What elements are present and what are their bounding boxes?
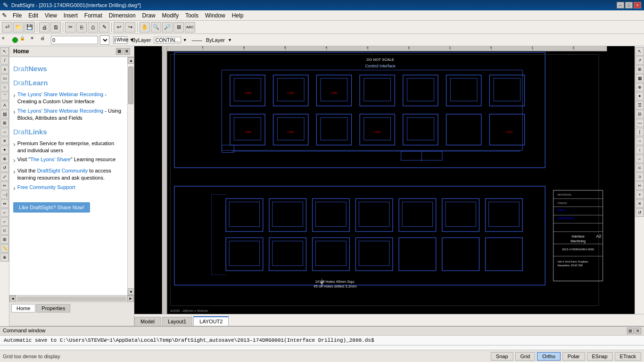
menu-file[interactable]: File bbox=[10, 11, 25, 20]
tab-layout1[interactable]: Layout1 bbox=[162, 317, 192, 326]
right-tool-9[interactable]: — bbox=[636, 119, 644, 127]
menu-window[interactable]: Window bbox=[202, 11, 228, 20]
close-button[interactable]: × bbox=[634, 2, 641, 8]
grid-button[interactable]: Grid bbox=[515, 352, 536, 361]
drawing-area[interactable]: 7 6 5 4 3 2 1 0 1 2 bbox=[134, 46, 635, 314]
zoom-in-button[interactable]: 🔍 bbox=[151, 22, 161, 33]
print-button[interactable]: 🖨 bbox=[39, 22, 50, 33]
hscroll-thumb[interactable] bbox=[17, 296, 126, 301]
tool-chamfer[interactable]: ⌐ bbox=[0, 217, 9, 226]
tool-text[interactable]: A bbox=[0, 101, 9, 109]
copy-button[interactable]: ⎘ bbox=[76, 22, 87, 33]
menu-draw[interactable]: Draw bbox=[140, 11, 158, 20]
right-tool-19[interactable]: ↺ bbox=[636, 208, 644, 217]
linetype-value[interactable]: CONTIN... bbox=[154, 37, 181, 43]
tool-rectangle[interactable]: ▭ bbox=[0, 74, 9, 82]
layer-print-button[interactable]: 🖨 bbox=[41, 36, 49, 44]
tab-model[interactable]: Model bbox=[134, 317, 161, 326]
cut-button[interactable]: ✂ bbox=[65, 22, 75, 33]
tool-extend[interactable]: →| bbox=[0, 190, 9, 199]
color-swatch[interactable]: White ▼ bbox=[113, 36, 127, 44]
right-tool-13[interactable]: ⌐ bbox=[636, 155, 644, 163]
pan-button[interactable]: ✋ bbox=[140, 22, 150, 33]
right-tool-1[interactable]: ↖ bbox=[636, 47, 644, 56]
scroll-right-arrow[interactable]: ► bbox=[127, 296, 134, 302]
menu-format[interactable]: Format bbox=[82, 11, 105, 20]
layer-name-input[interactable] bbox=[51, 36, 98, 44]
tab-layout2[interactable]: LAYOUT2 bbox=[193, 316, 229, 326]
tool-hatch[interactable]: ▨ bbox=[0, 110, 9, 118]
right-tool-18[interactable]: ✕ bbox=[636, 199, 644, 208]
tool-measure[interactable]: 📏 bbox=[0, 244, 9, 253]
polar-button[interactable]: Polar bbox=[562, 352, 585, 361]
tool-circle[interactable]: ○ bbox=[0, 83, 9, 91]
maximize-button[interactable]: □ bbox=[625, 2, 633, 8]
matchprop-button[interactable]: ✎ bbox=[99, 22, 109, 33]
panel-restore-button[interactable]: ⊞ bbox=[116, 48, 123, 55]
layer-lock-button[interactable]: 🔒 bbox=[20, 36, 28, 44]
tool-array[interactable]: ⊞ bbox=[0, 235, 9, 244]
right-tool-17[interactable]: + bbox=[636, 190, 644, 199]
layer-manager-button[interactable]: ≡ bbox=[2, 36, 10, 44]
free-community-link[interactable]: Free Community Support bbox=[17, 184, 75, 190]
panel-hscrollbar[interactable]: ◄ ► bbox=[9, 295, 134, 302]
right-tool-11[interactable]: ↔ bbox=[636, 137, 644, 145]
open-button[interactable]: 📁 bbox=[13, 22, 24, 33]
minimize-button[interactable]: – bbox=[617, 2, 624, 8]
learn-link-2[interactable]: The Lyons' Share Webinar Recording bbox=[17, 108, 103, 114]
save-button[interactable]: 💾 bbox=[25, 22, 35, 33]
esnap-button[interactable]: ESnap bbox=[587, 352, 613, 361]
panel-tab-properties[interactable]: Properties bbox=[36, 304, 70, 313]
command-close-button[interactable]: ✕ bbox=[635, 328, 641, 334]
panel-scrollbar[interactable]: ▲ ▼ bbox=[127, 57, 134, 295]
right-tool-4[interactable]: ▦ bbox=[636, 74, 644, 82]
menu-dimension[interactable]: Dimension bbox=[106, 11, 139, 20]
redo-button[interactable]: ↪ bbox=[125, 22, 135, 33]
right-tool-16[interactable]: ✂ bbox=[636, 181, 644, 190]
tool-line[interactable]: / bbox=[0, 56, 9, 65]
command-restore-button[interactable]: ⊞ bbox=[627, 328, 634, 334]
zoom-out-button[interactable]: 🔎 bbox=[162, 22, 173, 33]
tool-rotate[interactable]: ↺ bbox=[0, 164, 9, 172]
tool-move[interactable]: ✦ bbox=[0, 146, 9, 154]
menu-edit[interactable]: Edit bbox=[25, 11, 41, 20]
tool-arc[interactable]: ⌒ bbox=[0, 92, 9, 100]
scroll-up-arrow[interactable]: ▲ bbox=[128, 57, 134, 64]
menu-modify[interactable]: Modify bbox=[159, 11, 182, 20]
print-preview-button[interactable]: 🖻 bbox=[50, 22, 61, 33]
scroll-left-arrow[interactable]: ◄ bbox=[9, 296, 16, 302]
menu-insert[interactable]: Insert bbox=[61, 11, 81, 20]
tool-select[interactable]: ↖ bbox=[0, 47, 9, 56]
menu-help[interactable]: Help bbox=[229, 11, 247, 20]
insert-block-button[interactable]: ABC bbox=[185, 22, 195, 33]
snap-button[interactable]: Snap bbox=[491, 352, 513, 361]
undo-button[interactable]: ↩ bbox=[114, 22, 124, 33]
etrack-button[interactable]: ETrack bbox=[615, 352, 641, 361]
tool-mirror[interactable]: ⇔ bbox=[0, 199, 9, 208]
zoom-fit-button[interactable]: ⊞ bbox=[173, 22, 184, 33]
tool-scale[interactable]: ⤢ bbox=[0, 173, 9, 181]
ortho-button[interactable]: Ortho bbox=[537, 352, 561, 361]
community-link[interactable]: DraftSight Community bbox=[37, 168, 88, 173]
right-tool-5[interactable]: ⊕ bbox=[636, 83, 644, 91]
tool-snap[interactable]: ⊕ bbox=[0, 253, 9, 262]
tool-trim[interactable]: ✂ bbox=[0, 181, 9, 190]
lyons-share-link[interactable]: The Lyons' Share bbox=[30, 156, 70, 162]
right-tool-8[interactable]: ⊟ bbox=[636, 110, 644, 118]
like-button[interactable]: Like DraftSight? Share Now! bbox=[13, 202, 90, 213]
paste-button[interactable]: ⎙ bbox=[88, 22, 98, 33]
right-tool-14[interactable]: ⊂ bbox=[636, 164, 644, 172]
right-tool-10[interactable]: | bbox=[636, 128, 644, 136]
tool-block[interactable]: ⊞ bbox=[0, 119, 9, 127]
tool-erase[interactable]: ✕ bbox=[0, 137, 9, 145]
layer-dropdown[interactable] bbox=[100, 35, 109, 45]
right-tool-12[interactable]: ↕ bbox=[636, 146, 644, 154]
panel-close-button[interactable]: ✕ bbox=[124, 48, 130, 55]
learn-link-1[interactable]: The Lyons' Share Webinar Recording bbox=[17, 91, 103, 97]
right-tool-2[interactable]: ↗ bbox=[636, 56, 644, 65]
menu-tools[interactable]: Tools bbox=[182, 11, 201, 20]
new-button[interactable]: ⏎ bbox=[2, 22, 12, 33]
panel-tab-home[interactable]: Home bbox=[11, 304, 35, 313]
right-tool-15[interactable]: ⊃ bbox=[636, 173, 644, 181]
right-tool-7[interactable]: ☰ bbox=[636, 101, 644, 109]
